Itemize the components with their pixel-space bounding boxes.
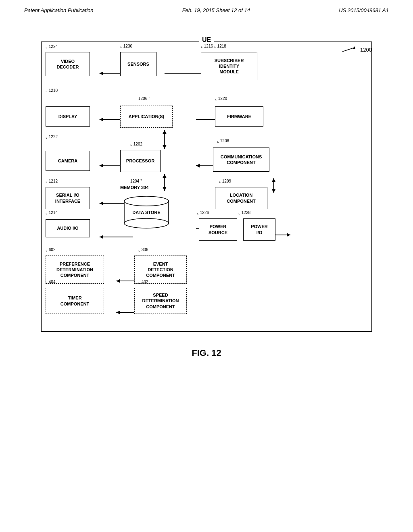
serial-io-box: SERIAL I/OINTERFACE	[46, 187, 90, 209]
ref-1208: ⌞ 1208	[217, 139, 229, 143]
memory-label: MEMORY 304	[120, 185, 148, 190]
page-header: Patent Application Publication Feb. 19, …	[0, 0, 413, 17]
ref-1212: ⌞ 1212	[46, 179, 58, 183]
header-left: Patent Application Publication	[24, 7, 94, 13]
ref-404: ⌞ 404	[46, 280, 55, 284]
figure-label: FIG. 12	[192, 348, 221, 358]
speed-box: SPEEDDETERMINATIONCOMPONENT	[134, 288, 187, 314]
power-io-box: POWERI/O	[243, 218, 275, 241]
header-center: Feb. 19, 2015 Sheet 12 of 14	[182, 7, 250, 13]
communications-box: COMMUNICATIONSCOMPONENT	[213, 148, 269, 172]
subscriber-box: SUBSCRIBERIDENTITYMODULE	[201, 52, 257, 80]
data-store-cylinder: DATA STORE	[120, 193, 173, 229]
video-decoder-box: VIDEODECODER	[46, 52, 90, 76]
ref-1209: ⌞ 1209	[219, 179, 231, 183]
ref-1204: 1204 ⌝	[130, 179, 142, 183]
ref-1224: ⌞ 1224	[46, 44, 58, 49]
ref-402: ⌞ 402	[138, 280, 148, 284]
processor-box: PROCESSOR	[120, 150, 161, 172]
ref-602: ⌞ 602	[46, 247, 55, 252]
ref-1206: 1206 ⌝	[138, 96, 150, 101]
ue-box: UE	[41, 42, 372, 332]
timer-box: TIMERCOMPONENT	[46, 288, 104, 314]
ref-1210: ⌞ 1210	[46, 88, 58, 93]
ref-1226: ⌞ 1226	[197, 210, 209, 215]
ref-1202: ⌞ 1202	[130, 142, 142, 146]
location-box: LOCATIONCOMPONENT	[215, 187, 267, 209]
camera-box: CAMERA	[46, 151, 90, 171]
svg-point-21	[124, 218, 169, 228]
ref-1222: ⌞ 1222	[46, 135, 58, 139]
audio-io-box: AUDIO I/O	[46, 219, 90, 237]
ref-306: ⌞ 306	[138, 247, 148, 252]
svg-text:DATA STORE: DATA STORE	[132, 210, 160, 215]
diagram-area: 1200 UE	[33, 42, 380, 332]
ref-1220: ⌞ 1220	[215, 96, 227, 101]
ref-1214: ⌞ 1214	[46, 210, 58, 215]
figure-caption: FIG. 12	[0, 348, 413, 358]
ue-label: UE	[199, 36, 214, 44]
ref-1230: ⌞ 1230	[120, 44, 132, 48]
ref-1228: ⌞ 1228	[238, 210, 250, 215]
header-right: US 2015/0049681 A1	[339, 7, 389, 13]
svg-point-20	[124, 196, 169, 206]
power-source-box: POWERSOURCE	[199, 218, 237, 241]
display-box: DISPLAY	[46, 106, 90, 127]
ref-1216: ⌞ 1216 ⌞ 1218	[201, 44, 226, 48]
firmware-box: FIRMWARE	[215, 106, 263, 127]
sensors-box: SENSORS	[120, 52, 156, 76]
applications-box: APPLICATION(S)	[120, 106, 173, 128]
